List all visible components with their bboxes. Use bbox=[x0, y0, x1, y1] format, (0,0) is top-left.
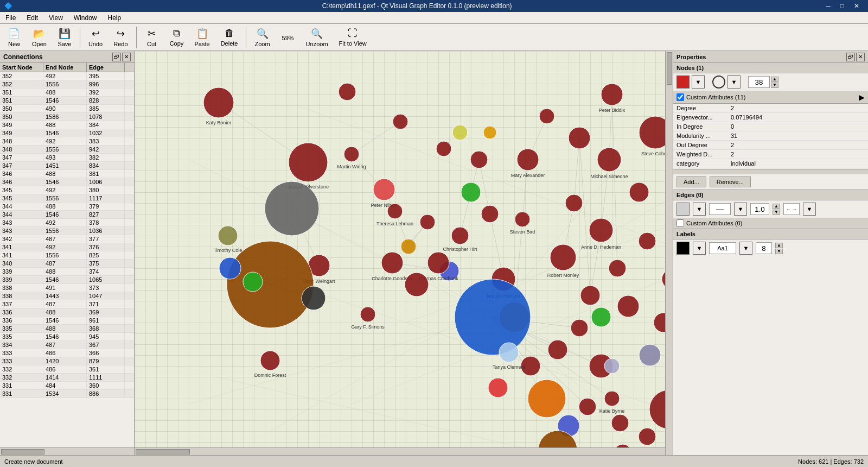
graph-node[interactable] bbox=[452, 125, 468, 140]
table-row[interactable]: 341492376 bbox=[0, 243, 134, 251]
attribute-row[interactable]: In Degree0 bbox=[673, 122, 868, 131]
table-row[interactable]: 333486366 bbox=[0, 349, 134, 357]
hscroll-thumb[interactable] bbox=[1, 449, 44, 455]
graph-node[interactable]: Peter Biddix bbox=[599, 84, 626, 113]
graph-node[interactable] bbox=[569, 127, 590, 149]
paste-button[interactable]: 📋 Paste bbox=[190, 25, 215, 50]
close-button[interactable]: ✕ bbox=[850, 1, 864, 11]
edge-style-dropdown[interactable]: ▼ bbox=[734, 203, 747, 216]
graph-node[interactable] bbox=[483, 126, 496, 139]
save-button[interactable]: 💾 Save bbox=[53, 25, 76, 50]
graph-node[interactable] bbox=[265, 181, 319, 236]
graph-node[interactable]: Domnic Forest bbox=[254, 351, 286, 378]
label-size-down[interactable]: ▼ bbox=[775, 249, 783, 254]
label-color-dropdown[interactable]: ▼ bbox=[693, 242, 706, 255]
edge-dir-dropdown[interactable]: ▼ bbox=[803, 203, 816, 216]
graph-node[interactable] bbox=[455, 279, 531, 355]
edge-color-dropdown[interactable]: ▼ bbox=[693, 203, 706, 216]
table-row[interactable]: 34515561117 bbox=[0, 194, 134, 203]
table-row[interactable]: 33814431047 bbox=[0, 292, 134, 300]
edge-style-select[interactable]: ── bbox=[709, 203, 731, 215]
copy-button[interactable]: ⧉ Copy bbox=[165, 25, 189, 50]
fit-to-view-button[interactable]: ⛶ Fit to View bbox=[334, 25, 372, 50]
graph-node[interactable] bbox=[436, 141, 451, 156]
panel-close-button[interactable]: ✕ bbox=[122, 53, 131, 61]
graph-vscrollbar[interactable] bbox=[665, 51, 673, 455]
attribute-row[interactable]: Out Degree2 bbox=[673, 141, 868, 150]
graph-node[interactable] bbox=[401, 239, 416, 254]
table-row[interactable]: 3411556825 bbox=[0, 251, 134, 260]
graph-node[interactable] bbox=[565, 194, 583, 212]
graph-node[interactable] bbox=[579, 398, 596, 415]
graph-node[interactable] bbox=[227, 241, 314, 328]
attrs-expand-icon[interactable]: ▶ bbox=[859, 93, 865, 102]
table-row[interactable]: 340487375 bbox=[0, 260, 134, 268]
table-row[interactable]: 335488368 bbox=[0, 325, 134, 333]
graph-node[interactable] bbox=[470, 151, 488, 168]
table-row[interactable]: 35015861078 bbox=[0, 113, 134, 121]
graph-node[interactable] bbox=[461, 182, 481, 202]
graph-node[interactable] bbox=[662, 269, 665, 289]
graph-node[interactable]: Robert Monley bbox=[547, 244, 579, 278]
table-row[interactable]: 348492383 bbox=[0, 137, 134, 146]
menu-help[interactable]: Help bbox=[103, 13, 127, 23]
menu-window[interactable]: Window bbox=[68, 13, 103, 23]
graph-node[interactable]: Steve Cohen bbox=[639, 116, 665, 156]
graph-hscrollbar[interactable] bbox=[135, 447, 665, 455]
edge-thickness-up[interactable]: ▲ bbox=[773, 204, 780, 209]
graph-node[interactable] bbox=[219, 257, 241, 279]
graph-node[interactable]: Gary F. Simons bbox=[351, 307, 385, 330]
table-row[interactable]: 345492380 bbox=[0, 186, 134, 194]
graph-node[interactable]: Steven Bird bbox=[510, 212, 535, 235]
table-row[interactable]: 352492395 bbox=[0, 72, 134, 80]
menu-view[interactable]: View bbox=[43, 13, 68, 23]
table-row[interactable]: 338491373 bbox=[0, 284, 134, 292]
maximize-button[interactable]: □ bbox=[836, 1, 848, 11]
table-row[interactable]: 350490385 bbox=[0, 105, 134, 113]
table-row[interactable]: 3351546945 bbox=[0, 333, 134, 341]
table-row[interactable]: 3471451834 bbox=[0, 162, 134, 170]
table-row[interactable]: 3311534886 bbox=[0, 390, 134, 398]
table-row[interactable]: 347493382 bbox=[0, 154, 134, 162]
graph-node[interactable] bbox=[571, 319, 588, 337]
table-row[interactable]: 343492378 bbox=[0, 219, 134, 227]
new-button[interactable]: 📄 New bbox=[2, 25, 26, 50]
attrs-scrollbar[interactable] bbox=[673, 169, 868, 174]
table-row[interactable]: 3361546961 bbox=[0, 317, 134, 325]
label-size-input[interactable] bbox=[756, 242, 772, 254]
table-row[interactable]: 349488384 bbox=[0, 121, 134, 129]
delete-button[interactable]: 🗑 Delete bbox=[216, 25, 243, 50]
graph-node[interactable] bbox=[488, 378, 508, 397]
graph-node[interactable]: Michael Simeone bbox=[590, 148, 628, 179]
edge-custom-attrs-checkbox[interactable] bbox=[676, 219, 684, 227]
graph-node[interactable] bbox=[302, 286, 326, 310]
graph-node[interactable] bbox=[639, 232, 656, 250]
graph-node[interactable] bbox=[243, 272, 263, 292]
prop-restore-button[interactable]: 🗗 bbox=[846, 53, 855, 61]
table-row[interactable]: 336488369 bbox=[0, 308, 134, 317]
prop-close-button[interactable]: ✕ bbox=[856, 53, 865, 61]
hscroll-thumb[interactable] bbox=[136, 449, 190, 455]
graph-node[interactable]: Katy Bonier bbox=[203, 87, 234, 125]
graph-node[interactable]: Christopher Hirt bbox=[443, 227, 477, 252]
graph-node[interactable] bbox=[420, 214, 435, 230]
table-row[interactable]: 3511546828 bbox=[0, 97, 134, 105]
zoom-out-button[interactable]: 🔍 Unzoom bbox=[301, 25, 333, 50]
graph-node[interactable] bbox=[591, 307, 611, 327]
redo-button[interactable]: ↪ Redo bbox=[108, 25, 132, 50]
table-row[interactable]: 334487367 bbox=[0, 341, 134, 349]
graph-node[interactable] bbox=[617, 295, 639, 317]
graph-node[interactable] bbox=[580, 286, 600, 305]
graph-node[interactable]: Anne D. Hedeman bbox=[581, 218, 621, 250]
table-row[interactable]: 3481556942 bbox=[0, 146, 134, 154]
graph-node[interactable] bbox=[405, 273, 429, 296]
table-row[interactable]: 34315561036 bbox=[0, 227, 134, 235]
table-row[interactable]: 3521556996 bbox=[0, 80, 134, 89]
graph-node[interactable] bbox=[339, 83, 356, 100]
node-shape-dropdown[interactable]: ▼ bbox=[727, 75, 741, 89]
table-row[interactable]: 34615461006 bbox=[0, 178, 134, 186]
connections-hscrollbar[interactable] bbox=[0, 447, 134, 455]
table-row[interactable]: 339488374 bbox=[0, 268, 134, 276]
graph-node[interactable] bbox=[604, 358, 620, 374]
attribute-row[interactable]: Weighted D...2 bbox=[673, 150, 868, 159]
